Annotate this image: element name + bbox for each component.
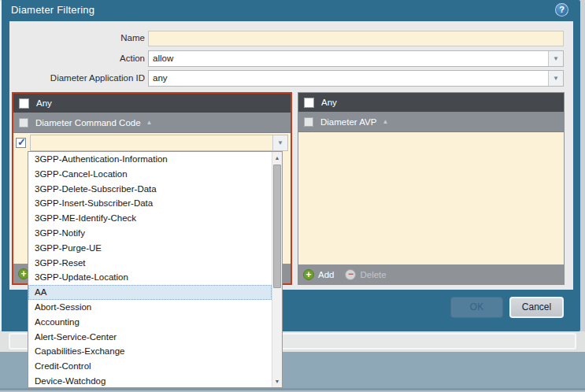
dropdown-item[interactable]: 3GPP-Authentication-Information: [28, 152, 272, 167]
dropdown-item[interactable]: Accounting: [28, 315, 272, 330]
ok-button: OK: [450, 297, 503, 318]
dropdown-item[interactable]: 3GPP-Delete-Subscriber-Data: [28, 182, 272, 197]
sort-asc-icon: ▲: [146, 119, 153, 126]
dropdown-item[interactable]: 3GPP-Purge-UE: [28, 241, 272, 256]
command-code-combo[interactable]: ▼: [30, 135, 288, 151]
diameter-application-id-value: any: [153, 73, 168, 83]
check-icon: ✓: [17, 136, 26, 148]
action-value: allow: [153, 54, 173, 63]
dropdown-item[interactable]: 3GPP-Reset: [28, 256, 272, 271]
avp-panel-body: [298, 132, 564, 264]
dropdown-item[interactable]: 3GPP-Insert-Subscriber-Data: [28, 196, 272, 211]
dropdown-item[interactable]: Capabilities-Exchange: [28, 344, 272, 359]
command-code-dropdown: 3GPP-Authentication-Information3GPP-Canc…: [28, 151, 283, 388]
avp-column-header[interactable]: Diameter AVP ▲: [298, 112, 564, 132]
dropdown-item[interactable]: Credit-Control: [28, 359, 272, 374]
scroll-up-icon[interactable]: ▲: [272, 153, 282, 163]
scroll-down-icon[interactable]: ▼: [272, 376, 282, 386]
dropdown-item[interactable]: 3GPP-Cancel-Location: [28, 167, 272, 182]
name-input[interactable]: [148, 31, 564, 46]
avp-any-label: Any: [321, 98, 337, 107]
add-icon[interactable]: +: [303, 269, 314, 280]
help-icon[interactable]: ?: [555, 3, 568, 17]
command-code-column-header[interactable]: Diameter Command Code ▲: [13, 113, 291, 133]
avp-selectall-checkbox[interactable]: [304, 117, 313, 127]
dialog-titlebar: Diameter Filtering ?: [2, 0, 580, 21]
command-code-any-row: Any: [13, 94, 291, 113]
command-code-any-label: Any: [36, 98, 52, 108]
delete-icon: −: [345, 269, 356, 280]
avp-any-checkbox[interactable]: [304, 98, 314, 108]
dropdown-item[interactable]: Alert-Service-Center: [28, 330, 272, 345]
avp-delete-button: Delete: [360, 270, 386, 279]
diameter-application-id-label: Diameter Application ID: [9, 73, 145, 83]
chevron-down-icon[interactable]: ▼: [548, 51, 563, 66]
name-label: Name: [9, 33, 145, 43]
command-code-dropdown-list: 3GPP-Authentication-Information3GPP-Canc…: [28, 152, 272, 387]
action-label: Action: [9, 54, 145, 63]
diameter-application-id-select[interactable]: any ▼: [148, 70, 564, 87]
command-code-combo-input[interactable]: [31, 135, 272, 150]
dropdown-item[interactable]: Abort-Session: [28, 300, 272, 315]
dropdown-scrollbar[interactable]: ▲ ▼: [272, 152, 282, 387]
dropdown-item[interactable]: 3GPP-ME-Identify-Check: [28, 211, 272, 226]
cancel-button[interactable]: Cancel: [509, 297, 564, 318]
action-select[interactable]: allow ▼: [148, 50, 564, 67]
avp-any-row: Any: [298, 93, 564, 112]
command-code-selectall-checkbox[interactable]: [19, 118, 28, 128]
command-code-edit-row: ✓ ▼: [13, 133, 291, 153]
avp-header-label: Diameter AVP: [320, 117, 376, 127]
dropdown-item[interactable]: 3GPP-Notify: [28, 226, 272, 241]
dropdown-item[interactable]: AA: [28, 285, 272, 300]
avp-panel: Any Diameter AVP ▲ + Add − Delete: [298, 92, 565, 285]
sort-asc-icon: ▲: [382, 118, 388, 125]
chevron-down-icon[interactable]: ▼: [272, 135, 287, 150]
dropdown-item[interactable]: Device-Watchdog: [28, 374, 272, 387]
avp-panel-footer: + Add − Delete: [298, 264, 564, 284]
scrollbar-thumb[interactable]: [273, 165, 281, 288]
command-code-header-label: Diameter Command Code: [35, 118, 141, 128]
avp-add-button[interactable]: Add: [318, 270, 334, 279]
chevron-down-icon[interactable]: ▼: [548, 71, 563, 86]
command-code-row-checkbox[interactable]: ✓: [16, 138, 26, 148]
dialog-title: Diameter Filtering: [11, 4, 94, 16]
dropdown-item[interactable]: 3GPP-Update-Location: [28, 270, 272, 285]
command-code-any-checkbox[interactable]: [19, 98, 29, 109]
